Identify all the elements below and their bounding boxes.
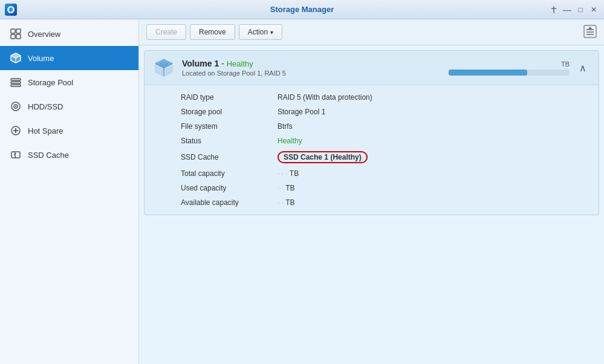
volume-cube-icon [153, 57, 175, 79]
svg-point-12 [15, 106, 16, 107]
ssd-cache-status-text: (Healthy) [330, 153, 361, 161]
available-tb: TB [285, 198, 294, 207]
capacity-bar-container: TB [449, 60, 570, 76]
action-button[interactable]: Action ▾ [239, 24, 282, 40]
detail-row-file-system: File system Btrfs [145, 119, 599, 134]
detail-row-status: Status Healthy [145, 134, 599, 148]
svg-rect-6 [16, 34, 21, 39]
pin-button[interactable] [548, 5, 559, 14]
capacity-tb-label: TB [561, 60, 570, 68]
minimize-button[interactable]: — [562, 5, 573, 14]
available-capacity-label: Available capacity [181, 198, 278, 207]
total-dots: · · · [278, 169, 288, 178]
app-body: Overview Volume [0, 19, 604, 364]
overview-icon [10, 28, 22, 40]
volume-healthy-badge: Healthy [227, 59, 253, 68]
window-controls: — □ ✕ [548, 5, 599, 14]
volume-header-left: Volume 1 - Healthy Located on Storage Po… [153, 57, 286, 79]
status-label: Status [181, 137, 278, 145]
volume-dash: - [221, 59, 227, 68]
used-dots: · · [278, 184, 285, 192]
sidebar-item-overview[interactable]: Overview [0, 22, 138, 46]
svg-rect-8 [11, 82, 21, 83]
hot-spare-icon [10, 125, 22, 137]
volume-name: Volume 1 [182, 59, 219, 68]
ssd-cache-icon [10, 149, 22, 161]
available-dots: · · [278, 198, 285, 207]
sidebar-item-volume[interactable]: Volume [0, 46, 138, 70]
raid-type-value: RAID 5 (With data protection) [278, 93, 372, 102]
total-capacity-value: · · · TB [278, 169, 299, 178]
volume-header-right: TB ∧ [449, 60, 590, 76]
volume-subtitle: Located on Storage Pool 1, RAID 5 [182, 70, 286, 77]
sidebar-item-storage-pool[interactable]: Storage Pool [0, 70, 138, 94]
detail-row-raid-type: RAID type RAID 5 (With data protection) [145, 90, 599, 105]
file-system-value: Btrfs [278, 122, 293, 131]
used-capacity-label: Used capacity [181, 184, 278, 192]
content-area: Create Remove Action ▾ [139, 19, 604, 364]
collapse-button[interactable]: ∧ [576, 61, 590, 75]
available-capacity-value: · · TB [278, 198, 294, 207]
raid-type-label: RAID type [181, 93, 278, 102]
total-tb: TB [290, 169, 299, 178]
detail-row-available-capacity: Available capacity · · TB [145, 195, 599, 210]
sidebar: Overview Volume [0, 19, 139, 364]
total-capacity-label: Total capacity [181, 169, 278, 178]
volume-header: Volume 1 - Healthy Located on Storage Po… [145, 51, 599, 85]
file-system-label: File system [181, 122, 278, 131]
volume-card: Volume 1 - Healthy Located on Storage Po… [144, 50, 599, 215]
detail-row-ssd-cache: SSD Cache SSD Cache 1 (Healthy) [145, 148, 599, 166]
sidebar-item-ssd-cache[interactable]: SSD Cache [0, 143, 138, 167]
status-value: Healthy [278, 137, 302, 145]
volume-list: Volume 1 - Healthy Located on Storage Po… [139, 45, 604, 364]
storage-pool-value: Storage Pool 1 [278, 108, 325, 116]
remove-button[interactable]: Remove [190, 24, 235, 40]
used-capacity-value: · · TB [278, 184, 294, 192]
sidebar-item-hdd-ssd[interactable]: HDD/SSD [0, 94, 138, 119]
window-title: Storage Manager [270, 5, 334, 14]
ssd-cache-label: SSD Cache [181, 153, 278, 161]
sidebar-item-hot-spare[interactable]: Hot Spare [0, 119, 138, 143]
sidebar-label-hot-spare: Hot Spare [28, 126, 63, 135]
svg-rect-5 [11, 34, 15, 39]
app-icon [5, 4, 17, 16]
ssd-cache-bold-text: SSD Cache 1 [284, 153, 328, 161]
detail-row-total-capacity: Total capacity · · · TB [145, 166, 599, 181]
action-arrow-icon: ▾ [270, 29, 273, 36]
storage-pool-icon [10, 76, 22, 88]
sidebar-label-overview: Overview [28, 30, 60, 39]
sidebar-label-hdd-ssd: HDD/SSD [28, 102, 63, 111]
volume-icon [10, 52, 22, 64]
toolbar: Create Remove Action ▾ [139, 19, 604, 45]
storage-pool-label: Storage pool [181, 108, 278, 116]
volume-title: Volume 1 - Healthy [182, 59, 286, 68]
detail-row-storage-pool: Storage pool Storage Pool 1 [145, 105, 599, 119]
svg-rect-7 [11, 79, 21, 80]
create-button[interactable]: Create [146, 24, 186, 40]
title-bar: Storage Manager — □ ✕ [0, 0, 604, 19]
capacity-bar [449, 70, 570, 76]
sidebar-label-ssd-cache: SSD Cache [28, 151, 69, 160]
svg-rect-4 [16, 29, 21, 33]
volume-title-block: Volume 1 - Healthy Located on Storage Po… [182, 59, 286, 77]
close-button[interactable]: ✕ [588, 5, 599, 14]
maximize-button[interactable]: □ [575, 5, 586, 14]
sidebar-label-storage-pool: Storage Pool [28, 78, 73, 87]
capacity-bar-fill [449, 70, 527, 76]
volume-details: RAID type RAID 5 (With data protection) … [145, 85, 599, 215]
sidebar-label-volume: Volume [28, 54, 54, 63]
detail-row-used-capacity: Used capacity · · TB [145, 181, 599, 195]
ssd-cache-value: SSD Cache 1 (Healthy) [278, 151, 368, 163]
scroll-to-top-button[interactable] [583, 25, 597, 40]
used-tb: TB [285, 184, 294, 192]
svg-rect-3 [11, 29, 15, 33]
hdd-icon [10, 100, 22, 112]
svg-rect-9 [11, 85, 21, 86]
